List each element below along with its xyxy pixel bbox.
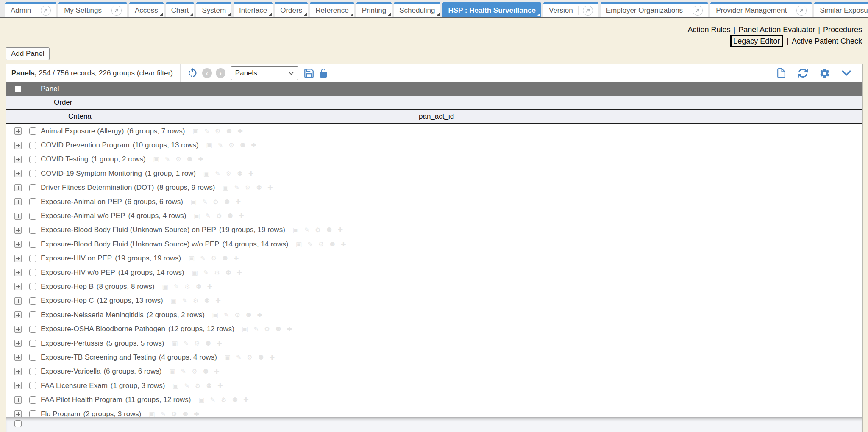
row-checkbox[interactable] <box>29 283 36 290</box>
footer-checkbox[interactable] <box>14 420 22 427</box>
tab-access[interactable]: Access <box>129 2 164 17</box>
panel-name[interactable]: Exposure-HIV w/o PEP <box>41 269 115 277</box>
row-checkbox[interactable] <box>29 142 36 149</box>
tab-chart[interactable]: Chart <box>166 2 195 17</box>
expand-plus-icon[interactable] <box>14 340 22 347</box>
link-panel-action-evaluator[interactable]: Panel Action Evaluator <box>738 25 815 34</box>
save-icon[interactable] <box>303 68 314 79</box>
tab-employer-organizations[interactable]: Employer Organizations <box>601 2 708 17</box>
row-checkbox[interactable] <box>29 269 36 276</box>
expand-plus-icon[interactable] <box>14 156 22 163</box>
expand-plus-icon[interactable] <box>14 255 22 262</box>
open-in-new-icon[interactable] <box>583 6 593 16</box>
row-checkbox[interactable] <box>29 170 36 177</box>
expand-plus-icon[interactable] <box>14 213 22 220</box>
expand-plus-icon[interactable] <box>14 354 22 361</box>
panel-name[interactable]: FAA Pilot Health Program <box>41 396 122 404</box>
expand-plus-icon[interactable] <box>14 170 22 177</box>
expand-plus-icon[interactable] <box>14 127 22 135</box>
chevron-down-icon[interactable] <box>841 69 852 78</box>
row-checkbox[interactable] <box>29 368 36 375</box>
row-checkbox[interactable] <box>29 156 36 163</box>
expand-plus-icon[interactable] <box>14 184 22 191</box>
undo-icon[interactable] <box>187 67 198 79</box>
expand-plus-icon[interactable] <box>14 410 22 417</box>
panel-name[interactable]: Exposure-Hep C <box>41 296 94 305</box>
panel-name[interactable]: Exposure-HIV on PEP <box>41 254 112 263</box>
panel-name[interactable]: COVID-19 Symptom Monitoring <box>41 169 142 178</box>
link-legacy-editor[interactable]: Legacy Editor <box>733 37 780 45</box>
link-action-rules[interactable]: Action Rules <box>687 25 730 34</box>
tab-scheduling[interactable]: Scheduling <box>394 2 440 17</box>
row-checkbox[interactable] <box>29 198 36 205</box>
open-in-new-icon[interactable] <box>41 6 51 16</box>
panel-name[interactable]: COVID Testing <box>41 155 88 163</box>
tab-admin[interactable]: Admin <box>5 2 56 17</box>
panel-name[interactable]: Exposure-Neisseria Meningitidis <box>41 311 144 319</box>
row-checkbox[interactable] <box>29 213 36 220</box>
link-active-patient-check[interactable]: Active Patient Check <box>792 37 862 45</box>
tab-version[interactable]: Version <box>543 2 598 17</box>
tab-my-settings[interactable]: My Settings <box>58 2 127 17</box>
row-checkbox[interactable] <box>29 184 36 191</box>
expand-plus-icon[interactable] <box>14 382 22 389</box>
open-in-new-icon[interactable] <box>796 6 807 16</box>
panel-name[interactable]: Exposure-Pertussis <box>41 339 103 348</box>
view-select[interactable]: Panels <box>231 66 298 80</box>
panel-name[interactable]: Exposure-Varicella <box>41 367 100 376</box>
panel-name[interactable]: Exposure-Animal w/o PEP <box>41 212 125 220</box>
panel-name[interactable]: Animal Exposure (Allergy) <box>41 127 124 136</box>
tab-provider-management[interactable]: Provider Management <box>710 2 812 17</box>
row-checkbox[interactable] <box>29 410 36 417</box>
panel-name[interactable]: Exposure-Blood Body Fluid (Unknown Sourc… <box>41 226 216 234</box>
tab-hsp-health-surveillance[interactable]: HSP : Health Surveillance <box>442 2 541 17</box>
panel-name[interactable]: COVID Prevention Program <box>41 141 130 150</box>
tab-similar-exposure-groups-segs[interactable]: Similar Exposure Groups (SEGs) <box>814 2 868 17</box>
row-checkbox[interactable] <box>29 241 36 248</box>
panel-name[interactable]: Exposure-Blood Body Fluid (Unknown Sourc… <box>41 240 219 249</box>
new-document-icon[interactable] <box>776 67 787 79</box>
row-checkbox[interactable] <box>29 227 36 234</box>
row-checkbox[interactable] <box>29 340 36 347</box>
open-in-new-icon[interactable] <box>693 6 703 16</box>
expand-plus-icon[interactable] <box>14 368 22 375</box>
refresh-icon[interactable] <box>797 67 809 79</box>
expand-plus-icon[interactable] <box>14 227 22 234</box>
expand-plus-icon[interactable] <box>14 269 22 276</box>
row-checkbox[interactable] <box>29 396 36 404</box>
row-checkbox[interactable] <box>29 127 36 135</box>
row-checkbox[interactable] <box>29 354 36 361</box>
panel-name[interactable]: Driver Fitness Determination (DOT) <box>41 183 154 192</box>
tab-orders[interactable]: Orders <box>275 2 308 17</box>
row-checkbox[interactable] <box>29 255 36 262</box>
expand-plus-icon[interactable] <box>14 326 22 333</box>
tab-interface[interactable]: Interface <box>234 2 273 17</box>
expand-plus-icon[interactable] <box>14 142 22 149</box>
clear-filter-link[interactable]: clear filter <box>139 69 170 77</box>
expand-plus-icon[interactable] <box>14 241 22 248</box>
expand-plus-icon[interactable] <box>14 311 22 318</box>
tab-reference[interactable]: Reference <box>310 2 354 17</box>
row-checkbox[interactable] <box>29 297 36 305</box>
panel-name[interactable]: FAA Licensure Exam <box>41 382 108 390</box>
panel-name[interactable]: Flu Program <box>41 410 81 418</box>
row-checkbox[interactable] <box>29 382 36 389</box>
expand-plus-icon[interactable] <box>14 396 22 404</box>
tab-system[interactable]: System <box>196 2 231 17</box>
expand-plus-icon[interactable] <box>14 283 22 290</box>
expand-plus-icon[interactable] <box>14 297 22 305</box>
add-panel-button[interactable]: Add Panel <box>6 47 50 60</box>
panel-name[interactable]: Exposure-Hep B <box>41 282 94 291</box>
settings-gear-icon[interactable] <box>819 68 830 79</box>
row-checkbox[interactable] <box>29 326 36 333</box>
lock-icon[interactable] <box>318 68 328 78</box>
tab-printing[interactable]: Printing <box>356 2 392 17</box>
open-in-new-icon[interactable] <box>111 6 122 16</box>
expand-plus-icon[interactable] <box>14 198 22 205</box>
link-procedures[interactable]: Procedures <box>823 25 862 34</box>
panel-name[interactable]: Exposure-TB Screening and Testing <box>41 353 156 362</box>
row-checkbox[interactable] <box>29 311 36 318</box>
panel-name[interactable]: Exposure-OSHA Bloodborne Pathogen <box>41 325 165 333</box>
select-all-checkbox[interactable] <box>15 86 21 92</box>
panel-name[interactable]: Exposure-Animal on PEP <box>41 198 122 206</box>
